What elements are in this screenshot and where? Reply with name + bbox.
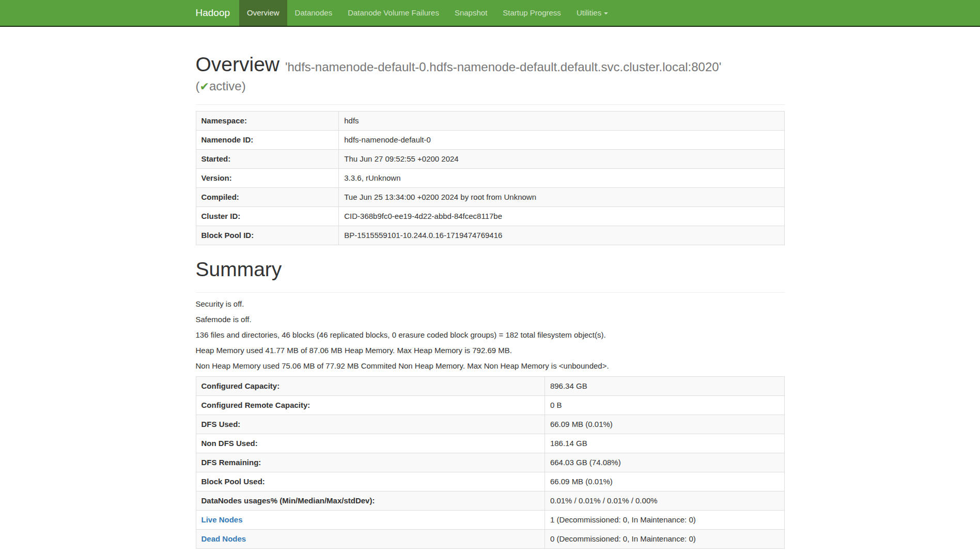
page-title: Overview 'hdfs-namenode-default-0.hdfs-n… [196, 54, 785, 93]
row-value: 0.01% / 0.01% / 0.01% / 0.00% [545, 491, 784, 511]
row-label: Block Pool ID: [196, 226, 339, 245]
nav-item-startup-progress[interactable]: Startup Progress [495, 0, 569, 26]
row-value: Thu Jun 27 09:52:55 +0200 2024 [339, 150, 784, 169]
row-label: Version: [196, 169, 339, 188]
row-value: 896.34 GB [545, 377, 784, 396]
row-value: 66.09 MB (0.01%) [545, 415, 784, 434]
namenode-address: 'hdfs-namenode-default-0.hdfs-namenode-d… [285, 60, 721, 74]
row-label: Configured Remote Capacity: [196, 396, 545, 415]
table-row: Started: Thu Jun 27 09:52:55 +0200 2024 [196, 150, 784, 169]
row-value: 0 (Decommissioned: 0, In Maintenance: 0) [545, 530, 784, 549]
top-navbar: Hadoop Overview Datanodes Datanode Volum… [0, 0, 980, 27]
row-label: DataNodes usages% (Min/Median/Max/stdDev… [196, 491, 545, 511]
row-value: CID-368b9fc0-ee19-4d22-abbd-84fcec8117be [339, 207, 784, 226]
nav-item-label: Startup Progress [503, 8, 561, 17]
heap-memory: Heap Memory used 41.77 MB of 87.06 MB He… [196, 345, 785, 356]
table-row: Configured Capacity: 896.34 GB [196, 377, 784, 396]
row-label: Compiled: [196, 188, 339, 207]
nav-item-label: Datanode Volume Failures [348, 8, 439, 17]
namenode-state: (✔active) [196, 80, 785, 93]
table-row: Non DFS Used: 186.14 GB [196, 434, 784, 453]
row-value: 664.03 GB (74.08%) [545, 453, 784, 472]
table-row: Live Nodes 1 (Decommissioned: 0, In Main… [196, 511, 784, 530]
table-row: DFS Remaining: 664.03 GB (74.08%) [196, 453, 784, 472]
safemode-status: Safemode is off. [196, 314, 785, 325]
row-value: 1 (Decommissioned: 0, In Maintenance: 0) [545, 511, 784, 530]
namenode-info-table: Namespace: hdfs Namenode ID: hdfs-nameno… [196, 111, 785, 245]
row-label: Configured Capacity: [196, 377, 545, 396]
table-row: Cluster ID: CID-368b9fc0-ee19-4d22-abbd-… [196, 207, 784, 226]
live-nodes-link[interactable]: Live Nodes [201, 515, 243, 524]
row-label: Started: [196, 150, 339, 169]
hadoop-brand: Hadoop [196, 0, 240, 26]
table-row: Block Pool Used: 66.09 MB (0.01%) [196, 472, 784, 491]
nav-item-label: Overview [247, 8, 279, 17]
non-heap-memory: Non Heap Memory used 75.06 MB of 77.92 M… [196, 361, 785, 371]
nav-item-utilities-dropdown[interactable]: Utilities [569, 0, 616, 26]
security-status: Security is off. [196, 299, 785, 309]
table-row: Namespace: hdfs [196, 112, 784, 131]
row-label: Non DFS Used: [196, 434, 545, 453]
row-value: 66.09 MB (0.01%) [545, 472, 784, 491]
row-label: Cluster ID: [196, 207, 339, 226]
navbar-menu: Overview Datanodes Datanode Volume Failu… [239, 0, 616, 26]
row-label: DFS Remaining: [196, 453, 545, 472]
nav-item-label: Utilities [577, 8, 601, 17]
state-text: active [209, 79, 242, 93]
nav-item-datanodes[interactable]: Datanodes [287, 0, 340, 26]
row-value: 0 B [545, 396, 784, 415]
dead-nodes-link[interactable]: Dead Nodes [201, 534, 246, 543]
overview-header: Overview 'hdfs-namenode-default-0.hdfs-n… [196, 54, 785, 105]
filesystem-objects: 136 files and directories, 46 blocks (46… [196, 330, 785, 340]
row-value: Tue Jun 25 13:34:00 +0200 2024 by root f… [339, 188, 784, 207]
summary-title: Summary [196, 259, 785, 281]
table-row: Dead Nodes 0 (Decommissioned: 0, In Main… [196, 530, 784, 549]
check-icon: ✔ [200, 80, 209, 93]
table-row: Version: 3.3.6, rUnknown [196, 169, 784, 188]
table-row: Configured Remote Capacity: 0 B [196, 396, 784, 415]
table-row: Namenode ID: hdfs-namenode-default-0 [196, 131, 784, 150]
row-value: BP-1515559101-10.244.0.16-1719474769416 [339, 226, 784, 245]
row-label: Namespace: [196, 112, 339, 131]
summary-text: Security is off. Safemode is off. 136 fi… [196, 299, 785, 371]
capacity-usage-table: Configured Capacity: 896.34 GB Configure… [196, 376, 785, 549]
row-label: Namenode ID: [196, 131, 339, 150]
main-content: Overview 'hdfs-namenode-default-0.hdfs-n… [188, 54, 792, 549]
row-label: Block Pool Used: [196, 472, 545, 491]
chevron-down-icon [604, 12, 608, 14]
table-row: Block Pool ID: BP-1515559101-10.244.0.16… [196, 226, 784, 245]
row-value: hdfs-namenode-default-0 [339, 131, 784, 150]
nav-item-label: Datanodes [295, 8, 333, 17]
nav-item-overview[interactable]: Overview [239, 0, 287, 26]
table-row: DFS Used: 66.09 MB (0.01%) [196, 415, 784, 434]
row-value: 3.3.6, rUnknown [339, 169, 784, 188]
row-value: 186.14 GB [545, 434, 784, 453]
nav-item-label: Snapshot [455, 8, 487, 17]
row-label: DFS Used: [196, 415, 545, 434]
summary-header: Summary [196, 259, 785, 293]
nav-item-snapshot[interactable]: Snapshot [447, 0, 495, 26]
overview-title: Overview [196, 53, 280, 75]
table-row: Compiled: Tue Jun 25 13:34:00 +0200 2024… [196, 188, 784, 207]
nav-item-datanode-volume-failures[interactable]: Datanode Volume Failures [340, 0, 447, 26]
row-value: hdfs [339, 112, 784, 131]
table-row: DataNodes usages% (Min/Median/Max/stdDev… [196, 491, 784, 511]
